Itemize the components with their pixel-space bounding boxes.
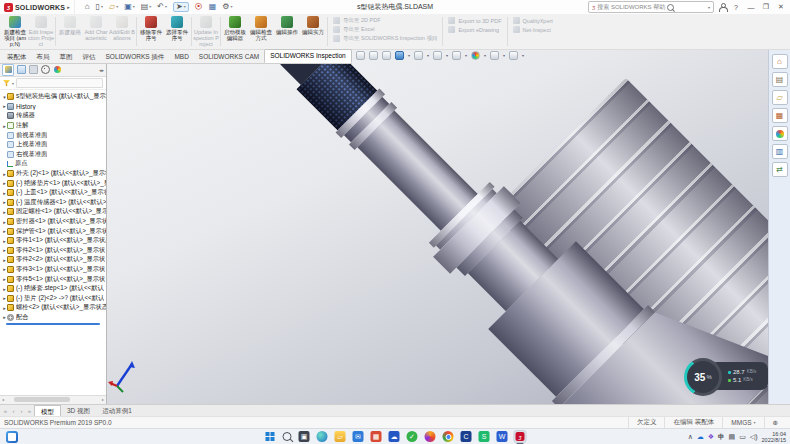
start-button[interactable] (265, 431, 276, 442)
taskbar-search-icon[interactable] (283, 432, 292, 441)
ribbon-button-remove-balloon-number[interactable]: 移除零件序号 (138, 14, 164, 49)
solidworks-resources-tab[interactable]: ⌂ (772, 54, 788, 69)
performance-overlay[interactable]: 28.7KB/s 5.1KB/s 35% (684, 358, 722, 396)
tree-item-origin[interactable]: 原点 (2, 159, 106, 169)
hide-show-items-icon[interactable] (452, 51, 461, 60)
restore-button[interactable]: ❐ (761, 3, 771, 11)
tags-globe-icon[interactable]: ⊕ (764, 417, 786, 428)
new-document-button[interactable]: ▯▾ (96, 3, 103, 11)
home-button[interactable]: ⌂ (85, 3, 90, 11)
doc-tab-model[interactable]: 模型 (34, 405, 61, 417)
apply-scene-icon[interactable] (490, 51, 499, 60)
cad-app-icon[interactable]: C (461, 431, 472, 442)
tree-root[interactable]: ▾s型铠装热电偶 (默认<默认_显示状态-1 (2, 92, 106, 102)
tree-item-component[interactable]: ▸固定螺栓<1> (默认<<默认>_显示 (2, 207, 106, 217)
cloud-app-icon[interactable]: ☁ (389, 431, 400, 442)
tree-item-component[interactable]: ▸(-) 垫片 (2)<2> ->? (默认<<默认 (2, 293, 106, 303)
tray-expand-icon[interactable]: ∧ (688, 432, 693, 442)
custom-properties-tab[interactable]: ▥ (772, 144, 788, 159)
ribbon-button-edit-operation[interactable]: 编辑操作 (274, 14, 300, 49)
filter-funnel-icon[interactable] (3, 80, 10, 86)
tab-solidworks-addins[interactable]: SOLIDWORKS 插件 (101, 51, 170, 63)
security-app-icon[interactable]: ✓ (407, 431, 418, 442)
panel-tab-scroll-arrows[interactable]: ◂▸ (99, 67, 104, 73)
tree-item-component[interactable]: ▸保护管<1> (默认<<默认>_显示状 (2, 226, 106, 236)
firefox-browser-icon[interactable] (425, 431, 436, 442)
tab-sketch[interactable]: 草图 (55, 51, 78, 63)
tab-mbd[interactable]: MBD (169, 51, 193, 63)
tree-item-component[interactable]: ▸(-) 上盖<1> (默认<<默认>_显示状 (2, 188, 106, 198)
tree-item-component[interactable]: ▸零件5<1> (默认<<默认>_显示状 (2, 274, 106, 284)
tree-item-component[interactable]: ▸密封器<1> (默认<<默认>_显示状 (2, 217, 106, 227)
file-properties-button[interactable]: ▦ (209, 3, 217, 11)
property-manager-tab[interactable] (16, 65, 26, 75)
tab-solidworks-inspection[interactable]: SOLIDWORKS Inspection (264, 49, 352, 63)
tab-layout[interactable]: 布局 (32, 51, 55, 63)
tab-evaluate[interactable]: 评估 (78, 51, 101, 63)
tree-item-right-plane[interactable]: 右视基准面 (2, 150, 106, 160)
view-palette-tab[interactable]: ▦ (772, 108, 788, 123)
onedrive-icon[interactable]: ☁ (697, 432, 704, 442)
minimize-button[interactable]: — (746, 4, 756, 11)
zoom-to-fit-icon[interactable] (356, 51, 365, 60)
ime-indicator[interactable]: 中 (718, 432, 725, 442)
save-button[interactable]: ▣▾ (124, 3, 135, 11)
print-button[interactable]: ▤▾ (141, 3, 152, 11)
tree-item-sensors[interactable]: 传感器 (2, 111, 106, 121)
view-settings-icon[interactable] (509, 51, 518, 60)
chrome-browser-icon[interactable] (443, 431, 454, 442)
ribbon-button-new-inspection-project[interactable]: 新建检查项目 (amp;N) (2, 14, 28, 49)
units-selector[interactable]: MMGS▾ (722, 417, 763, 428)
tree-item-mates[interactable]: ▸配合 (2, 313, 106, 323)
task-view-icon[interactable]: ▣ (299, 431, 310, 442)
tree-horizontal-scrollbar[interactable]: ◂ ▸ (0, 395, 106, 404)
doc-tab-first-icon[interactable]: « (2, 408, 9, 414)
configuration-manager-tab[interactable] (28, 65, 38, 75)
dimxpert-manager-tab[interactable] (40, 65, 50, 75)
help-button[interactable]: ? (731, 4, 741, 11)
tree-item-component[interactable]: ▸(-) 绝缘套.step<1> (默认<<默认 (2, 284, 106, 294)
ribbon-button-edit-vendor[interactable]: 编辑实方 (300, 14, 326, 49)
tree-item-component[interactable]: ▸零件2<1> (默认<<默认>_显示状 (2, 246, 106, 256)
design-library-tab[interactable]: ▤ (772, 72, 788, 87)
zoom-to-area-icon[interactable] (369, 51, 378, 60)
tray-display-icon[interactable]: ▭ (739, 432, 746, 442)
scroll-left-icon[interactable]: ◂ (2, 397, 4, 402)
tree-item-component[interactable]: ▸螺栓<2> (默认<<默认>_显示状态 (2, 303, 106, 313)
login-user-icon[interactable] (719, 3, 726, 11)
forum-tab[interactable]: ⇄ (772, 162, 788, 177)
widgets-icon[interactable] (6, 431, 18, 443)
tab-assembly[interactable]: 装配体 (2, 51, 32, 63)
tree-item-component[interactable]: ▸(-) 温度传感器<1> (默认<<默认>_ (2, 198, 106, 208)
select-tool-button[interactable]: ➤▾ (173, 2, 189, 12)
tree-item-component[interactable]: ▸零件2<2> (默认<<默认>_显示状 (2, 255, 106, 265)
ribbon-button-select-balloon-number[interactable]: 选择零件序号 (164, 14, 190, 49)
tree-item-annotations[interactable]: ▸注解 (2, 121, 106, 131)
previous-view-icon[interactable] (382, 51, 391, 60)
photos-app-icon[interactable]: ▦ (371, 431, 382, 442)
ribbon-button-launch-template-editor[interactable]: 启动模板编辑器 (222, 14, 248, 49)
feature-manager-tab[interactable] (2, 64, 14, 76)
display-style-icon[interactable] (433, 51, 442, 60)
tree-item-front-plane[interactable]: 前视基准面 (2, 130, 106, 140)
options-button[interactable]: ⚙▾ (222, 3, 232, 11)
tree-item-component[interactable]: ▸零件1<1> (默认<<默认>_显示状态 (2, 236, 106, 246)
doc-tab-next-icon[interactable]: › (18, 408, 25, 414)
wps-app-icon[interactable]: S (479, 431, 490, 442)
tree-item-component[interactable]: ▸外壳 (2)<1> (默认<<默认>_显示状 (2, 169, 106, 179)
graphics-viewport[interactable]: ▾ ▾ ▾ ▾ ▾ ▾ ▾ 28.7KB/s 5.1KB/s 35% (106, 50, 768, 404)
tree-item-history[interactable]: ▸History (2, 102, 106, 112)
tree-item-component[interactable]: ▸零件3<1> (默认<<默认>_显示状 (2, 265, 106, 275)
menu-expand-arrow-icon[interactable]: ▸ (67, 4, 70, 10)
ribbon-button-edit-inspection-method[interactable]: 编辑检查方式 (248, 14, 274, 49)
undo-button[interactable]: ↶▾ (157, 3, 167, 11)
solidworks-taskbar-icon[interactable]: ʒ (515, 431, 526, 442)
doc-tab-motion-study[interactable]: 运动算例1 (96, 405, 138, 416)
doc-tab-last-icon[interactable]: » (26, 408, 33, 414)
tree-filter-input[interactable] (16, 78, 103, 88)
mail-icon[interactable]: ✉ (353, 431, 364, 442)
file-explorer-tab[interactable]: ▱ (772, 90, 788, 105)
help-search-input[interactable]: ʒ 搜索 SOLIDWORKS 帮助 ▾ (588, 1, 714, 13)
file-explorer-icon[interactable]: ▱ (335, 431, 346, 442)
close-button[interactable]: ✕ (776, 3, 786, 11)
